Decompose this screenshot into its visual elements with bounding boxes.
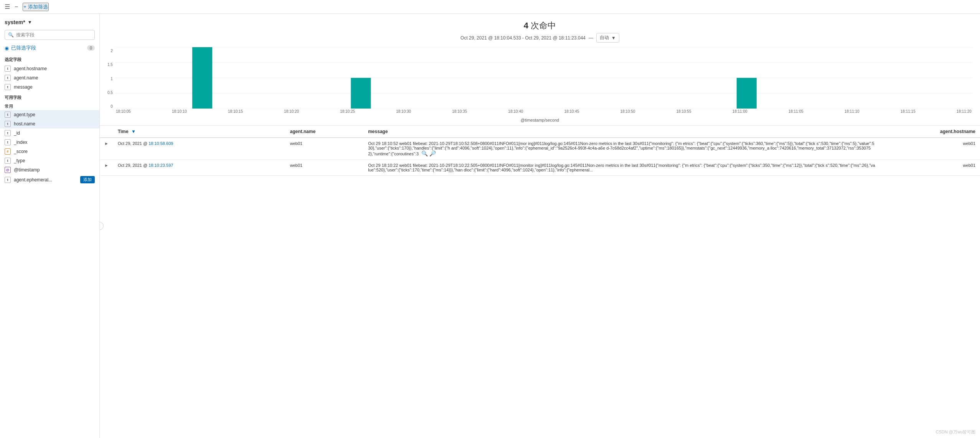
chart-x-label: @timestamp/second xyxy=(107,118,972,122)
time-col-header: Time ▼ xyxy=(113,126,285,138)
field-type-t: t xyxy=(5,139,11,145)
field-type-t: t xyxy=(5,121,11,127)
chevron-down-icon: ▼ xyxy=(28,20,32,25)
x-tick: 18:11:15 xyxy=(901,109,916,114)
top-bar: ☰ − + 添加筛选 xyxy=(0,0,980,14)
x-tick: 18:10:45 xyxy=(564,109,579,114)
x-tick: 18:11:00 xyxy=(733,109,747,114)
selected-fields-list: t agent.hostname t agent.name t message xyxy=(0,64,99,92)
x-tick: 18:11:05 xyxy=(789,109,803,114)
svg-rect-5 xyxy=(192,47,212,109)
field-label: _index xyxy=(14,140,27,145)
field-item-index[interactable]: t _index xyxy=(0,138,99,147)
chart-svg xyxy=(115,47,972,109)
x-tick: 18:10:40 xyxy=(508,109,523,114)
field-label: agent.hostname xyxy=(14,66,47,71)
timestamp-value: Oct 29, 2021 @ 18:10:58.609 xyxy=(118,141,173,146)
field-item-score[interactable]: # _score xyxy=(0,147,99,156)
hits-label: 次命中 xyxy=(531,21,556,30)
field-item-agent-name[interactable]: t agent.name xyxy=(0,73,99,82)
zoom-in-icon[interactable]: 🔍 xyxy=(421,150,428,156)
app-container: ☰ − + 添加筛选 system* ▼ 🔍 ◉ 已筛选字段 0 选定字段 xyxy=(0,0,980,438)
main-content: ‹ 4 次命中 Oct 29, 2021 @ 18:10:04.533 - Oc… xyxy=(100,14,980,438)
zoom-out-icon[interactable]: 🔎 xyxy=(429,150,436,156)
field-label: _score xyxy=(14,149,28,154)
field-item-timestamp[interactable]: @ @timestamp xyxy=(0,165,99,175)
row-icons: 🔍 🔎 xyxy=(421,150,436,156)
field-item-message[interactable]: t message xyxy=(0,82,99,92)
sort-icon[interactable]: ▼ xyxy=(131,129,136,134)
expand-cell[interactable]: ► xyxy=(100,138,113,160)
chevron-down-icon: ▼ xyxy=(611,35,616,41)
search-box: 🔍 xyxy=(5,30,95,40)
chart-svg-container: 18:10:05 18:10:10 18:10:15 18:10:20 18:1… xyxy=(115,47,972,116)
system-label: system* xyxy=(5,19,25,25)
y-tick: 0 xyxy=(111,104,113,109)
x-tick: 18:11:20 xyxy=(957,109,972,114)
hostname-col-header: agent.hostname xyxy=(880,126,980,138)
chart-area: 4 次命中 Oct 29, 2021 @ 18:10:04.533 - Oct … xyxy=(100,14,980,126)
agent-name-cell: web01 xyxy=(285,160,364,176)
filter-label: 已筛选字段 xyxy=(11,44,36,51)
message-cell: Oct 29 18:10:22 web01 filebeat: 2021-10-… xyxy=(363,160,880,176)
field-type-at: @ xyxy=(5,167,11,173)
field-item-type[interactable]: t _type xyxy=(0,156,99,165)
field-type-t: t xyxy=(5,130,11,136)
menu-icon[interactable]: ☰ xyxy=(5,3,10,10)
field-type-t: t xyxy=(5,112,11,118)
field-label: agent.type xyxy=(14,112,35,117)
message-col-header: message xyxy=(363,126,880,138)
x-axis: 18:10:05 18:10:10 18:10:15 18:10:20 18:1… xyxy=(115,109,972,114)
expand-col-header xyxy=(100,126,113,138)
field-type-t: t xyxy=(5,177,11,183)
field-label: _id xyxy=(14,130,20,136)
x-tick: 18:10:05 xyxy=(116,109,131,114)
x-tick: 18:10:55 xyxy=(676,109,691,114)
field-type-t: t xyxy=(5,84,11,90)
common-label: 常用 xyxy=(0,102,99,110)
x-tick: 18:10:35 xyxy=(452,109,467,114)
search-input[interactable] xyxy=(16,32,91,38)
field-label: @timestamp xyxy=(14,167,40,173)
add-filter-button[interactable]: + 添加筛选 xyxy=(23,3,48,11)
timestamp-value: Oct 29, 2021 @ 18:10:23.597 xyxy=(118,163,173,168)
field-label: _type xyxy=(14,158,25,163)
minus-icon[interactable]: − xyxy=(15,3,18,10)
y-tick: 1 xyxy=(111,77,113,81)
chart-subtitle: Oct 29, 2021 @ 18:10:04.533 - Oct 29, 20… xyxy=(107,33,972,43)
auto-selector[interactable]: 自动 ▼ xyxy=(596,33,619,43)
x-tick: 18:10:10 xyxy=(172,109,187,114)
y-tick: 2 xyxy=(111,49,113,53)
hits-count: 4 xyxy=(524,21,528,30)
y-axis: 2 1.5 1 0.5 0 xyxy=(107,47,115,116)
field-item-agent-ephemeral[interactable]: t agent.ephemeral... 添加 xyxy=(0,175,99,185)
filter-count: 0 xyxy=(87,45,95,51)
field-item-agent-hostname[interactable]: t agent.hostname xyxy=(0,64,99,73)
agent-name-col-header: agent.name xyxy=(285,126,364,138)
field-item-agent-type[interactable]: t agent.type xyxy=(0,110,99,119)
field-item-id[interactable]: t _id xyxy=(0,128,99,138)
svg-rect-6 xyxy=(351,78,371,109)
svg-rect-7 xyxy=(737,78,757,109)
available-fields-label: 可用字段 xyxy=(0,92,99,102)
add-field-button[interactable]: 添加 xyxy=(80,176,95,183)
table-row: ► Oct 29, 2021 @ 18:10:23.597 web01 Oct … xyxy=(100,160,980,176)
field-type-hash: # xyxy=(5,148,11,155)
expand-cell[interactable]: ► xyxy=(100,160,113,176)
table-row: ► Oct 29, 2021 @ 18:10:58.609 web01 Oct … xyxy=(100,138,980,160)
filter-row[interactable]: ◉ 已筛选字段 0 xyxy=(0,42,99,54)
system-selector[interactable]: system* ▼ xyxy=(0,17,99,28)
field-item-host-name[interactable]: t host.name xyxy=(0,119,99,128)
y-tick: 1.5 xyxy=(107,63,113,67)
x-tick: 18:11:10 xyxy=(845,109,860,114)
x-tick: 18:10:20 xyxy=(284,109,299,114)
table-header-row: Time ▼ agent.name message agent.hostname xyxy=(100,126,980,138)
time-col-label: Time xyxy=(118,129,129,134)
field-type-t: t xyxy=(5,66,11,72)
results-table: Time ▼ agent.name message agent.hostname… xyxy=(100,126,980,176)
time-cell: Oct 29, 2021 @ 18:10:23.597 xyxy=(113,160,285,176)
time-range: Oct 29, 2021 @ 18:10:04.533 - Oct 29, 20… xyxy=(460,35,586,41)
x-tick: 18:10:50 xyxy=(620,109,635,114)
field-label: agent.ephemeral... xyxy=(14,177,52,183)
field-label: message xyxy=(14,84,33,90)
